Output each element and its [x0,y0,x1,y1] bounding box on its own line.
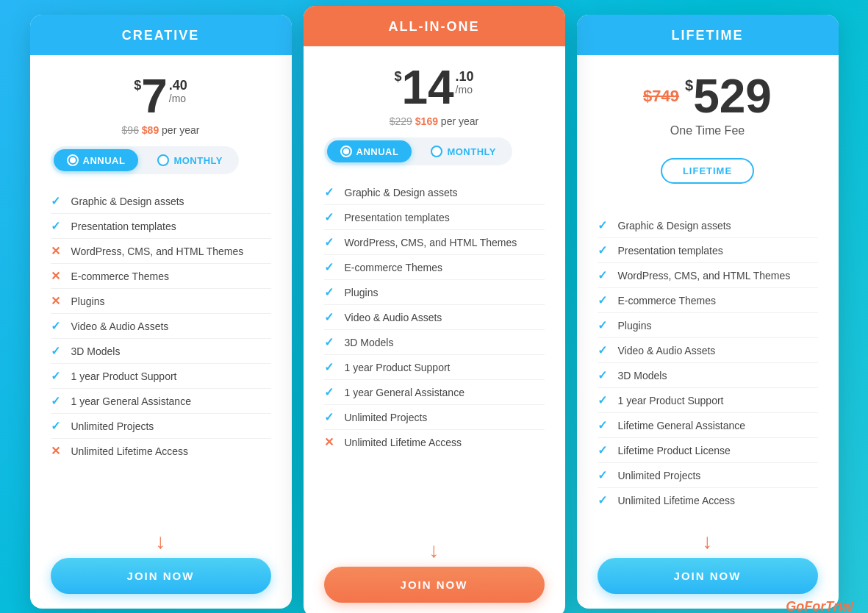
list-item: ✓Video & Audio Assets [324,305,545,330]
check-icon: ✓ [51,319,64,333]
price-decimal: .10 [456,70,474,83]
list-item: ✓Unlimited Projects [598,463,818,488]
radio-annual [340,146,352,157]
price-integer: 7 [141,73,168,120]
list-item: ✓Lifetime General Assistance [598,413,818,438]
price-integer: 14 [401,64,453,111]
monthly-toggle-creative[interactable]: MONTHLY [144,149,236,171]
currency-symbol: $ [134,79,141,92]
check-icon: ✓ [324,210,337,224]
list-item: ✓Graphic & Design assets [324,180,545,205]
check-icon: ✓ [598,393,611,407]
feature-text: 3D Models [71,345,121,357]
list-item: ✓Plugins [598,313,818,338]
feature-text: Unlimited Lifetime Access [71,445,189,457]
billing-toggle-all-in-one: ANNUALMONTHLY [324,137,512,165]
list-item: ✓3D Models [324,330,545,355]
lifetime-currency: $ [685,77,693,94]
price-main-creative: $7.40/mo [51,73,271,120]
check-icon: ✓ [324,385,337,399]
price-per-year: $96 $89 per year [51,124,271,136]
check-icon: ✓ [598,493,611,507]
price-original-year: $229 [390,115,412,127]
check-icon: ✓ [324,360,337,374]
feature-text: WordPress, CMS, and HTML Themes [71,245,244,257]
annual-toggle-creative[interactable]: ANNUAL [54,149,139,171]
plan-header-creative: CREATIVE [30,15,292,55]
list-item: ✓WordPress, CMS, and HTML Themes [324,230,545,255]
list-item: ✓3D Models [51,339,271,364]
arrow-down-icon: ↓ [598,530,818,553]
features-list-lifetime: ✓Graphic & Design assets✓Presentation te… [598,213,818,512]
feature-text: Presentation templates [345,212,450,223]
list-item: ✓1 year Product Support [51,364,271,389]
join-section-all-in-one: ↓JOIN NOW [324,534,545,603]
x-icon: ✕ [51,244,64,258]
plan-body-all-in-one: $14.10/mo$229 $169 per yearANNUALMONTHLY… [304,46,565,613]
check-icon: ✓ [324,260,337,274]
list-item: ✓Video & Audio Assets [598,338,818,363]
list-item: ✓1 year General Assistance [51,389,271,414]
list-item: ✕WordPress, CMS, and HTML Themes [51,239,271,264]
price-original-year: $96 [122,124,139,136]
monthly-toggle-all-in-one[interactable]: MONTHLY [417,140,509,162]
plan-body-creative: $7.40/mo$96 $89 per yearANNUALMONTHLY✓Gr… [30,55,292,609]
list-item: ✓Presentation templates [324,205,545,230]
check-icon: ✓ [324,185,337,199]
price-decimal: .40 [169,79,187,92]
plan-card-creative: CREATIVE$7.40/mo$96 $89 per yearANNUALMO… [30,15,292,609]
plan-title-all-in-one: ALL-IN-ONE [318,19,550,35]
annual-toggle-all-in-one[interactable]: ANNUAL [327,140,412,162]
check-icon: ✓ [598,343,611,357]
feature-text: Unlimited Lifetime Access [345,437,462,448]
plan-title-creative: CREATIVE [45,28,277,43]
list-item: ✓Graphic & Design assets [51,189,271,214]
price-sale-year: $169 [412,115,441,127]
feature-text: Unlimited Projects [618,470,701,481]
price-per-month: /mo [169,92,186,107]
x-icon: ✕ [51,269,64,283]
feature-text: Unlimited Projects [345,412,428,423]
price-decimal-mo: .10/mo [456,70,474,98]
feature-text: Presentation templates [618,245,723,257]
check-icon: ✓ [51,219,64,233]
radio-annual [67,154,79,166]
check-icon: ✓ [598,468,611,482]
check-icon: ✓ [324,310,337,324]
list-item: ✓1 year Product Support [324,355,545,380]
check-icon: ✓ [598,418,611,432]
feature-text: E-commerce Themes [71,270,170,282]
join-now-button-creative[interactable]: JOIN NOW [51,558,271,594]
list-item: ✓Unlimited Projects [324,405,545,430]
feature-text: Lifetime General Assistance [618,420,746,431]
price-decimal-mo: .40/mo [169,79,187,107]
feature-text: Graphic & Design assets [345,187,458,198]
lifetime-badge[interactable]: LIFETIME [661,158,754,184]
list-item: ✓WordPress, CMS, and HTML Themes [598,263,818,288]
billing-toggle-creative: ANNUALMONTHLY [51,146,239,174]
feature-text: 1 year Product Support [71,370,177,382]
join-now-button-lifetime[interactable]: JOIN NOW [598,558,818,594]
feature-text: WordPress, CMS, and HTML Themes [345,237,517,248]
check-icon: ✓ [51,369,64,383]
price-per-month: /mo [456,83,473,98]
lifetime-price-new: $529 [685,73,772,120]
list-item: ✓Lifetime Product License [598,438,818,463]
check-icon: ✓ [51,394,64,408]
lifetime-price-display: $749$529 [598,73,818,120]
plan-body-lifetime: $749$529One Time FeeLIFETIME✓Graphic & D… [577,55,839,609]
radio-monthly [431,146,442,157]
one-time-fee-label: One Time Fee [598,124,818,137]
price-main-all-in-one: $14.10/mo [324,64,545,111]
feature-text: E-commerce Themes [345,262,443,273]
brand-name: GoForTrial [786,599,853,613]
check-icon: ✓ [598,218,611,232]
check-icon: ✓ [324,410,337,424]
list-item: ✓Plugins [324,280,545,305]
feature-text: Lifetime Product License [618,445,731,456]
check-icon: ✓ [324,235,337,249]
join-now-button-all-in-one[interactable]: JOIN NOW [324,567,545,603]
feature-text: 1 year General Assistance [71,395,191,407]
price-section-lifetime: $749$529One Time Fee [598,73,818,148]
feature-text: 3D Models [618,370,667,381]
